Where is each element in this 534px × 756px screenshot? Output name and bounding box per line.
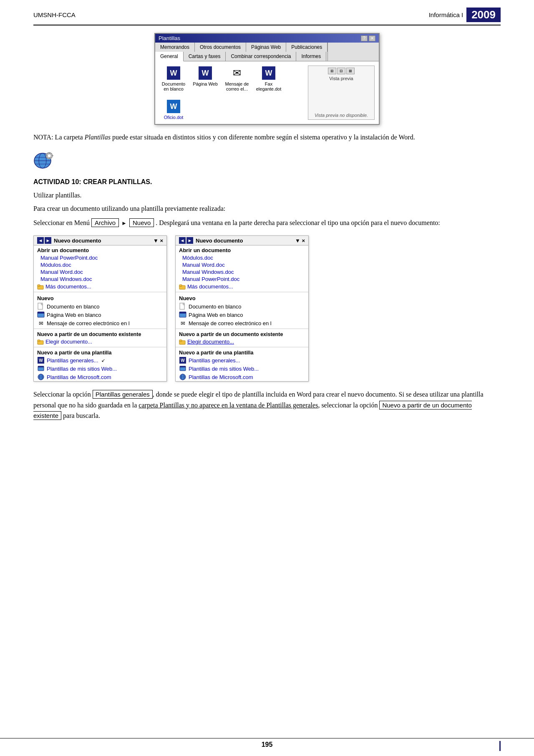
doc-blanco-label-right: Documento en blanco (189, 303, 241, 310)
page-header: UMSNH-FCCA Informática I 2009 (33, 0, 501, 25)
bottom-paragraph: Seleccionar la opción Plantillas general… (33, 389, 501, 421)
mas-docs-right[interactable]: Más documentos... (176, 283, 308, 291)
panel-forward-btn-right[interactable]: ► (186, 237, 193, 244)
svg-rect-22 (39, 314, 39, 315)
dialog-close-btn[interactable]: ✕ (369, 35, 375, 41)
link-manual-word-left[interactable]: Manual Word.doc (34, 268, 166, 276)
mas-docs-left[interactable]: Más documentos... (34, 283, 166, 291)
activity-para1: Para crear un documento utilizando una p… (33, 204, 501, 214)
panels-row: ◄ ► Nuevo documento ▼ × Abrir un documen… (33, 235, 501, 382)
icon-fax[interactable]: W Fax elegante.dot (254, 66, 283, 91)
tab-combinar[interactable]: Combinar correspondencia (226, 52, 296, 61)
section-existente-left: Nuevo a partir de un documento existente (34, 330, 166, 338)
menu-archivo[interactable]: Archivo (91, 218, 119, 227)
word-icon-plantilla-right: W (179, 357, 186, 364)
panel-content-right: Abrir un documento Módulos.doc Manual Wo… (176, 245, 308, 381)
globe-icon (33, 150, 55, 170)
menu-nuevo[interactable]: Nuevo (129, 218, 154, 227)
section-plantilla-left: Nuevo a partir de una plantilla (34, 349, 166, 356)
dialog-titlebar-buttons[interactable]: ? ✕ (361, 35, 375, 41)
folder-icon-elegir (37, 339, 44, 345)
tab-otros[interactable]: Otros documentos (195, 43, 246, 52)
preview-btn-2[interactable]: ⊟ (337, 68, 345, 74)
tab-general[interactable]: General (155, 52, 184, 61)
preview-btn-1[interactable]: ⊞ (328, 68, 336, 74)
link-manual-ppt-left[interactable]: Manual PowerPoint.doc (34, 254, 166, 261)
svg-rect-37 (179, 312, 186, 314)
tab-paginas-web[interactable]: Páginas Web (246, 43, 286, 52)
elegir-doc-right[interactable]: Elegir documento... (176, 338, 308, 346)
web-icon-left (37, 311, 45, 319)
header-right: Informática I 2009 (429, 8, 501, 22)
elegir-doc-left[interactable]: Elegir documento... (34, 338, 166, 346)
tab-memorandos[interactable]: Memorandos (155, 43, 195, 52)
divider2-left (34, 329, 166, 329)
envelope-icon-left: ✉ (37, 319, 45, 327)
icon-mensaje-correo[interactable]: ✉ Mensaje de correo el... (223, 66, 251, 91)
tab-informes[interactable]: Informes (296, 52, 326, 61)
plantillas-microsoft-left[interactable]: Plantillas de Microsoft.com (34, 373, 166, 381)
panel-titlebar-right: ◄ ► Nuevo documento ▼ × (176, 236, 308, 245)
underline-text: carpeta Plantillas y no aparece en la ve… (139, 402, 318, 409)
folder-icon-elegir-right (179, 339, 186, 345)
link-modulos-left[interactable]: Módulos.doc (34, 261, 166, 268)
tab-cartas[interactable]: Cartas y faxes (184, 52, 226, 61)
item-mensaje-left: ✉ Mensaje de correo electrónico en l (34, 319, 166, 327)
mensaje-label-right: Mensaje de correo electrónico en l (189, 320, 272, 326)
web-icon-right (179, 311, 186, 319)
activity-icon-area (33, 150, 501, 173)
svg-rect-33 (179, 285, 182, 286)
doc-blanco-label-left: Documento en blanco (47, 303, 99, 310)
tab-publicaciones[interactable]: Publicaciones (286, 43, 327, 52)
page-icon (37, 303, 45, 310)
icon-pagina-web[interactable]: W Página Web (191, 66, 219, 91)
panel-forward-btn[interactable]: ► (45, 237, 51, 244)
header-course: Informática I (429, 11, 463, 18)
globe-icon-plantilla-left (37, 373, 45, 381)
plantillas-generales-label-left: Plantillas generales... (47, 357, 98, 364)
plantillas-microsoft-label-right: Plantillas de Microsoft.com (189, 374, 253, 380)
mas-docs-label-left: Más documentos... (45, 283, 91, 290)
plantillas-sitios-left[interactable]: Plantillas de mis sitios Web... (34, 364, 166, 373)
page-footer: 195 (0, 738, 534, 748)
panel-close-right[interactable]: ▼ × (295, 238, 305, 244)
header-left: UMSNH-FCCA (33, 11, 76, 18)
link-manual-windows-left[interactable]: Manual Windows.doc (34, 276, 166, 283)
link-modulos-right[interactable]: Módulos.doc (176, 254, 308, 261)
nuevo-panel-right: ◄ ► Nuevo documento ▼ × Abrir un documen… (175, 235, 309, 382)
plantillas-generales-left[interactable]: W Plantillas generales... ↙ (34, 356, 166, 364)
link-manual-windows-right[interactable]: Manual Windows.doc (176, 268, 308, 276)
section-abrir-left: Abrir un documento (34, 245, 166, 254)
preview-btn-3[interactable]: ⊠ (346, 68, 355, 74)
dialog-titlebar: Plantillas ? ✕ (155, 34, 379, 43)
panel-title-left: Nuevo documento (54, 238, 101, 244)
plantillas-sitios-right[interactable]: Plantillas de mis sitios Web... (176, 364, 308, 373)
divider1-left (34, 292, 166, 292)
plantillas-microsoft-label-left: Plantillas de Microsoft.com (47, 374, 111, 380)
panel-close-left[interactable]: ▼ × (153, 238, 163, 244)
panel-titlebar-left: ◄ ► Nuevo documento ▼ × (34, 236, 166, 245)
link-manual-word-right[interactable]: Manual Word.doc (176, 261, 308, 268)
link-manual-ppt-right[interactable]: Manual PowerPoint.doc (176, 276, 308, 283)
mas-docs-label-right: Más documentos... (187, 283, 233, 290)
plantillas-generales-right[interactable]: W Plantillas generales... (176, 356, 308, 364)
dialog-help-btn[interactable]: ? (361, 35, 368, 41)
preview-toolbar: ⊞ ⊟ ⊠ (328, 68, 355, 74)
dialog-title: Plantillas (159, 35, 180, 41)
divider3-right (176, 347, 308, 347)
panel-nav-btns-left[interactable]: ◄ ► (37, 237, 51, 244)
svg-rect-39 (179, 340, 182, 341)
panel-back-btn-right[interactable]: ◄ (179, 237, 186, 244)
panel-back-btn[interactable]: ◄ (37, 237, 44, 244)
icon-oficio[interactable]: W Oficio.dot (159, 99, 188, 120)
option-plantillas-generales[interactable]: Plantillas generales (93, 390, 153, 399)
pag-web-label-right: Página Web en blanco (189, 312, 243, 318)
panel-title-right: Nuevo documento (196, 238, 243, 244)
web2-icon-left (37, 365, 45, 372)
plantillas-microsoft-right[interactable]: Plantillas de Microsoft.com (176, 373, 308, 381)
web2-icon-right (179, 365, 186, 372)
panel-nav-btns-right[interactable]: ◄ ► (179, 237, 193, 244)
plantillas-dialog: Plantillas ? ✕ Memorandos Otros document… (154, 33, 380, 125)
icon-documento-blanco[interactable]: W Documento en blanco (159, 66, 188, 91)
menu-text2: . Desplegará una ventana en la parte der… (156, 219, 440, 226)
